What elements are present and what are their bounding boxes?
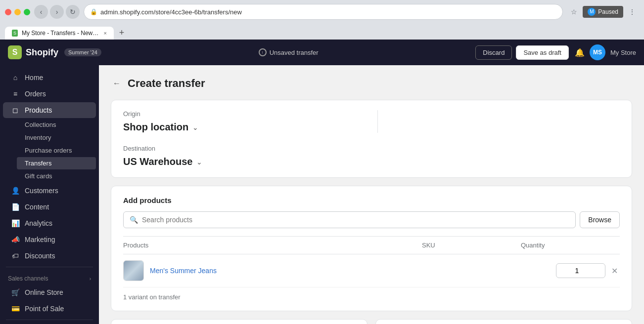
origin-chevron-icon: ⌄	[192, 123, 198, 131]
notifications-button[interactable]: 🔔	[575, 48, 585, 57]
add-products-title: Add products	[123, 196, 620, 204]
bottom-cards: Shipment details Estimated arrival 📅 Shi…	[111, 319, 632, 324]
sidebar-item-home-label: Home	[25, 74, 43, 81]
destination-section: Destination US Warehouse ⌄	[123, 145, 366, 167]
variants-text: 1 variant on transfer	[123, 287, 620, 301]
sidebar-item-point-of-sale[interactable]: 💳 Point of Sale	[3, 301, 96, 317]
minimize-window-btn[interactable]	[14, 9, 21, 15]
sidebar-item-content-label: Content	[25, 203, 49, 211]
discounts-icon: 🏷	[11, 252, 20, 260]
my-store-label: My Store	[610, 49, 636, 56]
more-browser-btn[interactable]: ⋮	[625, 5, 639, 19]
sidebar-item-home[interactable]: ⌂ Home	[3, 70, 96, 85]
new-tab-btn[interactable]: +	[115, 26, 129, 40]
bookmark-btn[interactable]: ☆	[567, 5, 581, 19]
maximize-window-btn[interactable]	[24, 9, 30, 15]
sidebar-item-collections[interactable]: Collections	[17, 119, 96, 131]
product-thumb-inner	[124, 261, 143, 281]
products-table: Products SKU Quantity Men's Summer Jeans	[123, 236, 620, 287]
tab-favicon: S	[12, 30, 18, 37]
search-input[interactable]	[142, 212, 569, 228]
forward-browser-btn[interactable]: ›	[50, 5, 64, 19]
sidebar-item-marketing[interactable]: 📣 Marketing	[3, 232, 96, 247]
sidebar-item-discounts[interactable]: 🏷 Discounts	[3, 248, 96, 264]
paused-badge: M Paused	[583, 6, 623, 18]
sidebar-item-content[interactable]: 📄 Content	[3, 199, 96, 215]
active-tab[interactable]: S My Store - Transfers - New - Sho... ×	[5, 27, 114, 40]
content-area: ← Create transfer Origin Shop location ⌄	[99, 65, 644, 324]
secure-icon: 🔒	[90, 8, 97, 15]
col-sku: SKU	[422, 242, 521, 249]
sidebar-item-customers-label: Customers	[25, 187, 58, 195]
location-divider	[377, 110, 378, 133]
sidebar-item-inventory[interactable]: Inventory	[17, 131, 96, 144]
quantity-input[interactable]	[556, 263, 605, 278]
sidebar-item-analytics[interactable]: 📊 Analytics	[3, 215, 96, 231]
back-browser-btn[interactable]: ‹	[34, 5, 48, 19]
tab-bar: S My Store - Transfers - New - Sho... × …	[5, 26, 639, 40]
sales-channels-label: Sales channels	[8, 275, 48, 282]
sidebar-item-products-label: Products	[25, 106, 52, 114]
unsaved-dot: !	[259, 48, 267, 56]
sidebar-item-orders[interactable]: ≡ Orders	[3, 86, 96, 102]
browser-nav-buttons: ‹ › ↻	[34, 5, 80, 19]
sidebar-item-gift-cards[interactable]: Gift cards	[17, 170, 96, 182]
close-window-btn[interactable]	[5, 9, 11, 15]
shipment-details-card: Shipment details Estimated arrival 📅 Shi…	[111, 319, 368, 324]
customers-icon: 👤	[11, 187, 20, 195]
remove-product-btn[interactable]: ✕	[609, 264, 620, 278]
paused-text: Paused	[598, 8, 618, 15]
products-icon: ◻	[11, 106, 20, 114]
origin-selector[interactable]: Shop location ⌄	[123, 122, 366, 133]
summer-badge: Summer '24	[64, 48, 101, 56]
back-button[interactable]: ←	[111, 77, 123, 90]
marketing-icon: 📣	[11, 236, 20, 243]
sidebar-item-online-store-label: Online Store	[25, 288, 63, 296]
destination-selector[interactable]: US Warehouse ⌄	[123, 156, 366, 167]
browse-button[interactable]: Browse	[580, 211, 620, 228]
topbar: S Shopify Summer '24 ! Unsaved transfer …	[0, 40, 644, 65]
sales-channels-header: Sales channels ›	[0, 270, 99, 284]
destination-label: Destination	[123, 145, 366, 152]
col-quantity: Quantity	[521, 242, 620, 249]
product-link[interactable]: Men's Summer Jeans	[150, 267, 217, 275]
table-row: Men's Summer Jeans ✕	[123, 254, 620, 287]
sidebar-sub-products: Collections Inventory Purchase orders Tr…	[14, 119, 99, 182]
sidebar-item-orders-label: Orders	[25, 90, 46, 98]
destination-chevron-icon: ⌄	[196, 158, 202, 166]
save-draft-button[interactable]: Save as draft	[516, 45, 569, 60]
main-layout: ⌂ Home ≡ Orders ◻ Products Collections I…	[0, 65, 644, 324]
sidebar-item-pos-label: Point of Sale	[25, 305, 64, 313]
locations-card: Origin Shop location ⌄ Destination US Wa…	[111, 100, 632, 178]
destination-value: US Warehouse	[123, 156, 192, 167]
unsaved-text: Unsaved transfer	[270, 49, 319, 56]
sidebar-item-products[interactable]: ◻ Products	[3, 102, 96, 118]
sidebar-item-analytics-label: Analytics	[25, 219, 52, 227]
sidebar-item-transfers[interactable]: Transfers	[17, 157, 96, 169]
unsaved-indicator: ! Unsaved transfer	[259, 48, 319, 56]
page-title: Create transfer	[128, 77, 205, 90]
pos-icon: 💳	[11, 305, 20, 313]
address-text: admin.shopify.com/store/4cc3ee-6b/transf…	[100, 8, 242, 16]
page-header: ← Create transfer	[111, 77, 632, 90]
sidebar-item-customers[interactable]: 👤 Customers	[3, 183, 96, 199]
address-bar[interactable]: 🔒 admin.shopify.com/store/4cc3ee-6b/tran…	[84, 4, 563, 20]
sidebar-item-discounts-label: Discounts	[25, 252, 55, 260]
reload-browser-btn[interactable]: ↻	[66, 5, 80, 19]
orders-icon: ≡	[11, 90, 20, 98]
shopify-logo: S Shopify	[8, 45, 58, 59]
analytics-icon: 📊	[11, 219, 20, 227]
tab-close-btn[interactable]: ×	[104, 30, 107, 36]
origin-value: Shop location	[123, 122, 188, 133]
browser-chrome: ‹ › ↻ 🔒 admin.shopify.com/store/4cc3ee-6…	[0, 0, 644, 40]
table-header: Products SKU Quantity	[123, 237, 620, 254]
product-thumbnail	[123, 260, 144, 281]
sidebar-item-online-store[interactable]: 🛒 Online Store	[3, 284, 96, 300]
sidebar-item-marketing-label: Marketing	[25, 236, 55, 243]
tab-title: My Store - Transfers - New - Sho...	[22, 30, 100, 37]
sidebar-item-purchase-orders[interactable]: Purchase orders	[17, 144, 96, 157]
paused-avatar: M	[588, 8, 596, 16]
sidebar: ⌂ Home ≡ Orders ◻ Products Collections I…	[0, 65, 99, 324]
discard-button[interactable]: Discard	[475, 45, 512, 60]
origin-label: Origin	[123, 110, 366, 118]
